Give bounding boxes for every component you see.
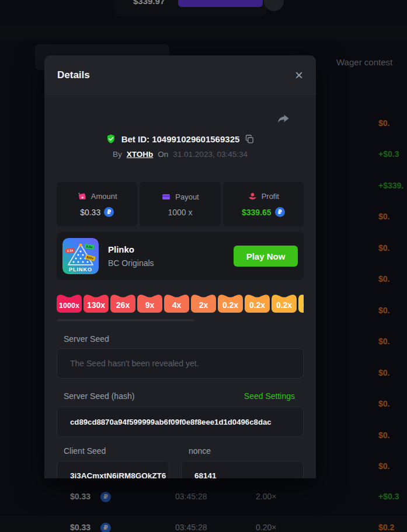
multiplier-strip-scrollbar[interactable]	[57, 319, 194, 321]
payout-value: 1000 x	[168, 208, 192, 217]
multiplier-chip: 4x	[164, 293, 189, 313]
server-seed-value: The Seed hasn't been revealed yet.	[70, 359, 199, 368]
game-card: 2.1x 0.5x 820x PLINKO Plinko BC Original…	[57, 232, 304, 280]
svg-text:2x: 2x	[199, 300, 208, 310]
nonce-value: 68141	[194, 471, 217, 479]
server-seed-hash-label: Server Seed (hash)	[64, 391, 134, 401]
profit-value-row: $339.65 ₽	[242, 207, 285, 217]
modal-header: Details ×	[44, 55, 316, 95]
verified-shield-icon	[106, 134, 116, 144]
multiplier-chip: 2x	[191, 293, 216, 313]
share-icon[interactable]	[276, 111, 291, 129]
multiplier-chip: 130x	[84, 293, 109, 313]
multiplier-chip: 0.2x	[218, 293, 243, 313]
seed-settings-link[interactable]: Seed Settings	[244, 391, 295, 401]
svg-text:4x: 4x	[172, 300, 182, 310]
multiplier-strip: 1000x130x26x9x4x2x0.2x0.2x0.2x0.2x	[57, 293, 304, 313]
server-seed-label: Server Seed	[64, 334, 109, 344]
amount-value: $0.33	[80, 208, 100, 217]
multiplier-chip: 0.2x	[298, 293, 304, 313]
server-seed-hash-row: Server Seed (hash) Seed Settings	[57, 391, 304, 401]
nonce-field[interactable]: 68141	[181, 461, 304, 478]
modal-content: Bet ID: 104991029601569325 By XTOHb On 3…	[44, 95, 316, 478]
ruble-coin-icon: ₽	[275, 207, 285, 217]
game-name: Plinko	[108, 244, 154, 254]
bet-meta-row: By XTOHb On 31.01.2023, 03:45:34	[44, 150, 316, 159]
hand-coin-icon	[248, 191, 258, 201]
amount-value-row: $0.33 ₽	[80, 207, 114, 217]
modal-title: Details	[57, 69, 90, 81]
svg-text:130x: 130x	[87, 300, 105, 310]
amount-label: Amount	[91, 192, 117, 201]
svg-text:1000x: 1000x	[59, 302, 79, 310]
plinko-game-thumbnail: 2.1x 0.5x 820x PLINKO	[62, 238, 99, 274]
multiplier-chip: 0.2x	[245, 293, 270, 313]
tile-label: PLINKO	[69, 267, 92, 272]
server-seed-hash-field[interactable]: cd89cd8870a94f599999ab6f09f0e8f8eee1d1d0…	[57, 407, 304, 437]
svg-text:0.2x: 0.2x	[303, 300, 304, 310]
server-seed-field[interactable]: The Seed hasn't been revealed yet.	[57, 348, 304, 379]
play-now-button[interactable]: Play Now	[234, 246, 298, 267]
multiplier-chip: 1000x	[57, 293, 82, 313]
payout-card: Payout 1000 x	[140, 182, 220, 226]
multiplier-chip: 9x	[137, 293, 162, 313]
on-label: On	[158, 150, 168, 159]
credit-card-icon	[161, 192, 171, 202]
server-seed-hash-value: cd89cd8870a94f599999ab6f09f0e8f8eee1d1d0…	[70, 418, 272, 426]
close-icon[interactable]: ×	[295, 68, 303, 82]
username-link[interactable]: XTOHb	[127, 150, 154, 159]
profit-value: $339.65	[242, 208, 272, 217]
profit-label: Profit	[262, 192, 279, 201]
svg-text:26x: 26x	[116, 300, 130, 310]
multiplier-chip: 0.2x	[272, 293, 297, 313]
profit-card: Profit $339.65 ₽	[223, 182, 304, 226]
multiplier-chip: 26x	[110, 293, 135, 313]
by-label: By	[113, 150, 122, 159]
copy-icon[interactable]	[245, 134, 255, 144]
details-modal: Details × Bet ID: 104991029601569325 By …	[44, 55, 316, 478]
bet-id-row: Bet ID: 104991029601569325	[44, 134, 316, 144]
amount-card: Amount $0.33 ₽	[57, 182, 137, 226]
nonce-label: nonce	[189, 446, 211, 456]
client-seed-field[interactable]: 3i3ACmxtN6iRM8GQkZT6	[57, 461, 169, 478]
svg-text:0.2x: 0.2x	[249, 300, 265, 310]
client-seed-label: Client Seed	[64, 446, 106, 456]
ruble-coin-icon: ₽	[104, 207, 114, 217]
payout-value-row: 1000 x	[168, 208, 192, 217]
svg-text:0.2x: 0.2x	[276, 300, 292, 310]
svg-text:9x: 9x	[145, 300, 155, 310]
svg-text:0.2x: 0.2x	[222, 300, 238, 310]
client-seed-value: 3i3ACmxtN6iRM8GQkZT6	[70, 471, 166, 479]
game-provider: BC Originals	[108, 258, 154, 268]
bet-stats-row: Amount $0.33 ₽ Payout 1000 x	[57, 182, 304, 226]
payout-label: Payout	[175, 192, 199, 201]
bet-datetime: 31.01.2023, 03:45:34	[173, 150, 248, 159]
bet-id: Bet ID: 104991029601569325	[121, 134, 240, 144]
cash-icon	[77, 191, 87, 201]
